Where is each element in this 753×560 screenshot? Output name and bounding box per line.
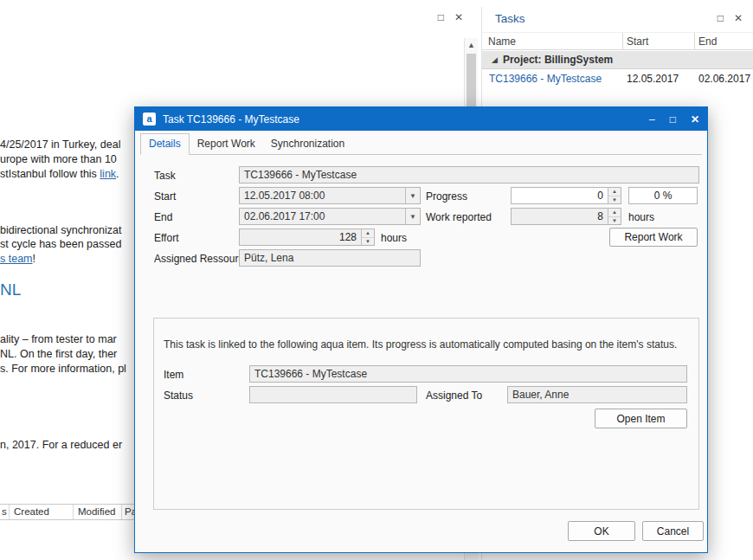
task-row[interactable]: TC139666 - MyTestcase 12.05.2017 02.06.2… xyxy=(482,70,753,88)
spin-down-icon[interactable]: ▼ xyxy=(608,217,621,225)
column-separator[interactable] xyxy=(694,33,695,49)
dialog-title: Task TC139666 - MyTestcase xyxy=(163,113,299,126)
tab-synchronization[interactable]: Synchronization xyxy=(263,134,352,154)
cancel-button[interactable]: Cancel xyxy=(642,521,704,541)
doc-hyperlink[interactable]: link xyxy=(100,168,116,180)
progress-display: 0 % xyxy=(628,187,698,204)
doc-text-line: ality – from tester to mar xyxy=(0,333,117,345)
assigned-to-label: Assigned To xyxy=(426,389,482,402)
dialog-tabs: Details Report Work Synchronization xyxy=(140,133,702,155)
doc-heading: NL xyxy=(0,280,21,299)
column-separator xyxy=(9,505,10,519)
start-label: Start xyxy=(154,190,176,203)
doc-text: stIstanbul follow this xyxy=(0,168,100,180)
scroll-up-icon[interactable]: ▲ xyxy=(465,38,478,52)
report-work-button-label: Report Work xyxy=(624,231,682,243)
assigned-resource-label: Assigned Ressource xyxy=(154,253,249,265)
assigned-resource-field[interactable]: Pütz, Lena xyxy=(239,249,421,267)
spinner-buttons[interactable]: ▲ ▼ xyxy=(361,229,374,245)
group-row-label: Project: BillingSystem xyxy=(503,54,613,66)
status-field[interactable] xyxy=(249,386,417,403)
item-field[interactable]: TC139666 - MyTestcase xyxy=(249,365,687,383)
start-date-value: 12.05.2017 08:00 xyxy=(240,190,405,202)
doc-text-line: s. For more information, pl xyxy=(0,363,126,375)
group-expanded-icon[interactable]: ◢ xyxy=(492,55,498,64)
column-separator[interactable] xyxy=(622,33,623,49)
effort-label: Effort xyxy=(154,232,178,244)
maximize-icon[interactable]: □ xyxy=(438,11,444,23)
task-field[interactable]: TC139666 - MyTestcase xyxy=(239,166,699,183)
table-col-clipped: s xyxy=(2,506,7,517)
assigned-to-value: Bauer, Anne xyxy=(512,389,569,401)
table-col-created[interactable]: Created xyxy=(14,506,49,517)
work-reported-label: Work reported xyxy=(426,211,492,223)
assigned-resource-value: Pütz, Lena xyxy=(244,252,293,264)
linked-item-groupbox: This task is linked to the following aqu… xyxy=(153,318,699,510)
close-icon[interactable]: ✕ xyxy=(691,113,699,126)
task-dialog: a Task TC139666 - MyTestcase – □ ✕ Detai… xyxy=(134,106,708,553)
tasks-panel-controls: □ ✕ xyxy=(718,12,743,24)
app-icon: a xyxy=(143,113,156,126)
status-label: Status xyxy=(164,389,193,402)
task-end-cell: 02.06.2017 xyxy=(698,73,750,85)
work-reported-spinner[interactable]: 8 ▲ ▼ xyxy=(511,208,621,225)
col-header-name[interactable]: Name xyxy=(488,35,516,48)
effort-value: 128 xyxy=(240,231,361,243)
effort-spinner[interactable]: 128 ▲ ▼ xyxy=(239,229,375,246)
progress-spinner[interactable]: 0 ▲ ▼ xyxy=(511,187,621,204)
spin-up-icon[interactable]: ▲ xyxy=(362,229,374,238)
tasks-panel-title: Tasks xyxy=(495,12,525,25)
column-separator xyxy=(73,505,74,519)
background-window-controls: □ ✕ xyxy=(438,11,463,23)
ok-button[interactable]: OK xyxy=(568,521,635,541)
col-header-start[interactable]: Start xyxy=(627,35,648,48)
cancel-button-label: Cancel xyxy=(657,525,689,537)
doc-text: . xyxy=(116,168,119,180)
close-icon[interactable]: ✕ xyxy=(734,12,743,24)
spin-up-icon[interactable]: ▲ xyxy=(608,209,621,217)
doc-hyperlink[interactable]: s team xyxy=(0,253,33,265)
dropdown-arrow-icon[interactable]: ▼ xyxy=(405,209,420,224)
start-date-combo[interactable]: 12.05.2017 08:00 ▼ xyxy=(239,187,421,204)
close-icon[interactable]: ✕ xyxy=(454,11,463,23)
spin-down-icon[interactable]: ▼ xyxy=(362,238,374,246)
tab-details[interactable]: Details xyxy=(140,133,190,155)
doc-text-line: NL. On the first day, ther xyxy=(0,348,117,360)
open-item-button[interactable]: Open Item xyxy=(595,409,687,428)
dialog-titlebar[interactable]: a Task TC139666 - MyTestcase – □ ✕ xyxy=(135,107,707,131)
maximize-icon[interactable]: □ xyxy=(670,113,676,126)
work-reported-unit: hours xyxy=(628,211,654,223)
col-header-end[interactable]: End xyxy=(698,35,717,48)
spin-up-icon[interactable]: ▲ xyxy=(608,188,621,196)
end-label: End xyxy=(154,211,172,223)
item-field-value: TC139666 - MyTestcase xyxy=(254,368,367,380)
assigned-to-field[interactable]: Bauer, Anne xyxy=(507,386,687,403)
doc-text-line: st cycle has been passed xyxy=(0,238,121,250)
work-reported-value: 8 xyxy=(512,210,608,222)
task-start-cell: 12.05.2017 xyxy=(627,73,679,85)
task-link[interactable]: TC139666 - MyTestcase xyxy=(489,73,602,85)
spinner-buttons[interactable]: ▲ ▼ xyxy=(608,209,621,224)
table-col-modified[interactable]: Modified xyxy=(78,506,115,517)
report-work-button[interactable]: Report Work xyxy=(609,228,698,247)
task-field-value: TC139666 - MyTestcase xyxy=(244,169,357,181)
doc-text-line: urope with more than 10 xyxy=(0,153,117,165)
ok-button-label: OK xyxy=(594,525,608,537)
doc-text-line: n, 2017. For a reduced er xyxy=(0,439,122,451)
tab-report-work[interactable]: Report Work xyxy=(190,134,263,154)
spinner-buttons[interactable]: ▲ ▼ xyxy=(608,188,621,203)
doc-text-line: s team! xyxy=(0,253,35,265)
desktop: □ ✕ 4/25/2017 in Turkey, deal urope with… xyxy=(0,0,753,560)
dropdown-arrow-icon[interactable]: ▼ xyxy=(405,188,420,203)
maximize-icon[interactable]: □ xyxy=(718,12,724,24)
linked-item-description: This task is linked to the following aqu… xyxy=(164,338,677,351)
column-separator xyxy=(121,505,122,519)
group-row-project[interactable]: ◢ Project: BillingSystem xyxy=(482,51,753,69)
end-date-combo[interactable]: 02.06.2017 17:00 ▼ xyxy=(239,208,421,225)
minimize-icon[interactable]: – xyxy=(649,113,655,126)
effort-unit: hours xyxy=(381,232,407,244)
item-label: Item xyxy=(164,369,183,381)
spin-down-icon[interactable]: ▼ xyxy=(608,196,621,204)
end-date-value: 02.06.2017 17:00 xyxy=(240,210,405,222)
doc-text-line: 4/25/2017 in Turkey, deal xyxy=(0,138,120,151)
